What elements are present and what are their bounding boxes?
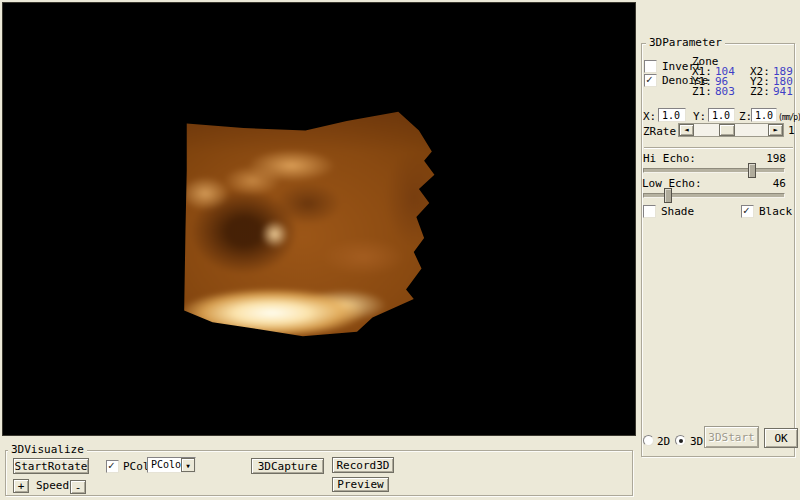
3dstart-button[interactable]: 3DStart — [704, 426, 759, 448]
zrate-scrollbar[interactable]: ◄ ► — [678, 123, 784, 137]
shade-checkbox[interactable] — [643, 205, 656, 218]
separator-line — [644, 147, 793, 149]
scale-x-label: X: — [643, 111, 656, 123]
scale-y-input[interactable] — [708, 108, 735, 122]
zone-z2-value: 941 — [773, 86, 793, 98]
record3d-button[interactable]: Record3D — [332, 457, 394, 473]
ultrasound-volume-render[interactable] — [179, 107, 437, 341]
application-window: 3DParameter Invert Denoise Zone X1: 104 … — [0, 0, 800, 500]
low-echo-value: 46 — [764, 178, 786, 190]
dropdown-arrow-icon[interactable]: ▼ — [181, 458, 195, 472]
speed-plus-button[interactable]: + — [13, 479, 29, 493]
scale-y-label: Y: — [693, 111, 706, 123]
zone-z1-value: 803 — [715, 86, 735, 98]
zone-z1-label: Z1: — [692, 86, 712, 98]
zrate-scrollbar-thumb[interactable] — [719, 124, 735, 136]
hi-echo-slider-track[interactable] — [643, 168, 785, 173]
denoise-checkbox[interactable] — [644, 74, 657, 87]
black-checkbox[interactable] — [741, 205, 754, 218]
render-viewport[interactable] — [2, 2, 636, 436]
pcolor-dropdown[interactable]: PColor ▼ — [147, 457, 196, 473]
zrate-scroll-left-icon[interactable]: ◄ — [679, 124, 694, 136]
mode-3d-label: 3D — [690, 436, 703, 448]
mode-2d-label: 2D — [657, 436, 670, 448]
hi-echo-label: Hi Echo: — [643, 153, 696, 165]
shade-label: Shade — [661, 206, 694, 218]
low-echo-slider-thumb[interactable] — [664, 188, 672, 203]
invert-checkbox[interactable] — [644, 60, 657, 73]
zrate-scroll-right-icon[interactable]: ► — [768, 124, 783, 136]
3dcapture-button[interactable]: 3DCapture — [251, 458, 324, 474]
scale-z-input[interactable] — [751, 108, 777, 122]
scale-x-input[interactable] — [658, 108, 686, 122]
ultrasound-volume-texture — [169, 97, 447, 351]
speed-minus-button[interactable]: - — [70, 480, 86, 494]
low-echo-slider-track[interactable] — [643, 193, 785, 198]
hi-echo-value: 198 — [764, 153, 786, 165]
black-label: Black — [759, 206, 792, 218]
zrate-value: 1 — [788, 125, 795, 137]
zrate-label: ZRate — [643, 126, 676, 138]
visualize-groupbox-title: 3DVisualize — [8, 443, 87, 457]
mode-2d-radio[interactable] — [643, 435, 654, 446]
ok-button[interactable]: OK — [764, 428, 798, 448]
hi-echo-slider-thumb[interactable] — [748, 163, 756, 178]
preview-button[interactable]: Preview — [332, 477, 389, 492]
low-echo-label: Low Echo: — [642, 178, 702, 190]
start-rotate-button[interactable]: StartRotate — [13, 458, 89, 474]
visualize-groupbox: 3DVisualize StartRotate + Speed - PColor… — [5, 450, 633, 496]
parameter-groupbox: 3DParameter Invert Denoise Zone X1: 104 … — [641, 43, 795, 457]
zone-z2-label: Z2: — [750, 86, 770, 98]
speed-label: Speed — [36, 480, 69, 492]
parameter-groupbox-title: 3DParameter — [646, 36, 725, 50]
pcolor-checkbox[interactable] — [106, 460, 119, 473]
mode-3d-radio[interactable] — [675, 435, 686, 446]
